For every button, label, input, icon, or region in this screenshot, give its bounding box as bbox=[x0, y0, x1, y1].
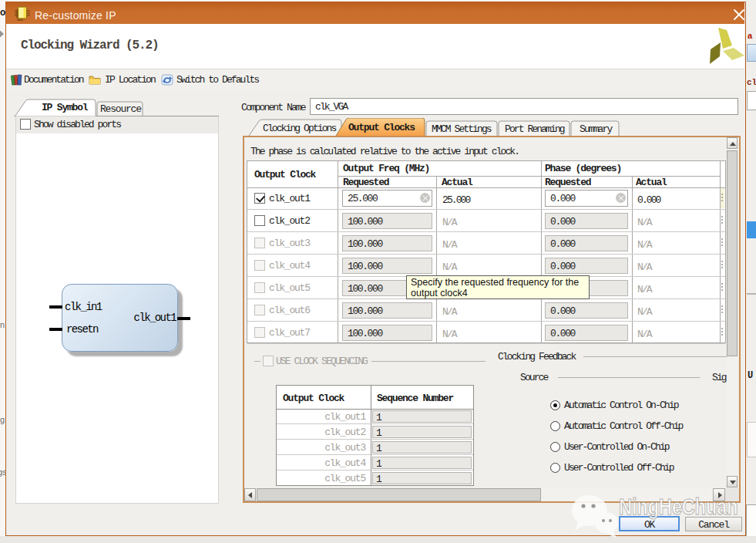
toolbar-item-label: Documentation bbox=[24, 74, 83, 86]
radio-user-controlled-on-chip-label: User-Controlled On-Chip bbox=[564, 441, 669, 453]
sequence-table: Output ClockSequence Numberclk_out11clk_… bbox=[276, 385, 474, 486]
tab-clocking-options[interactable]: Clocking Options bbox=[263, 123, 335, 134]
sliver-cell bbox=[721, 261, 723, 270]
background-panel-fragment bbox=[747, 44, 756, 62]
use-clock-sequencing-checkbox[interactable] bbox=[263, 356, 274, 366]
phase-requested-value: 0.000 bbox=[550, 216, 575, 228]
sliver-cell bbox=[721, 238, 723, 248]
source-line bbox=[558, 377, 700, 378]
seq-row-clk_out3: clk_out31 bbox=[277, 440, 473, 455]
phase-requested-value: 0.000 bbox=[550, 328, 575, 339]
close-button[interactable] bbox=[729, 7, 749, 24]
clear-input-icon[interactable] bbox=[616, 193, 626, 203]
seq-clock-name: clk_out1 bbox=[277, 411, 365, 423]
phase-requested-input[interactable]: 0.000 bbox=[545, 302, 628, 319]
radio-automatic-control-on-chip[interactable] bbox=[550, 400, 560, 410]
freq-requested-value: 100.000 bbox=[348, 238, 382, 250]
output-clock-name: clk_out5 bbox=[269, 282, 310, 294]
phase-actual-value: N/A bbox=[637, 329, 651, 340]
freq-requested-input[interactable]: 25.000 bbox=[342, 190, 432, 207]
cancel-button-label: Cancel bbox=[698, 519, 729, 531]
radio-user-controlled-off-chip[interactable] bbox=[550, 463, 560, 473]
freq-requested-input[interactable]: 100.000 bbox=[342, 302, 432, 319]
freq-actual-value: N/A bbox=[442, 239, 456, 251]
column-group-phase: Phase (degrees) bbox=[545, 163, 621, 174]
freq-requested-input[interactable]: 100.000 bbox=[342, 325, 432, 341]
column-header-phase-requested: Requested bbox=[545, 177, 590, 188]
tab-mmcm-settings[interactable]: MMCM Settings bbox=[432, 123, 491, 135]
dialog-titlebar[interactable]: Re-customize IP bbox=[6, 2, 744, 24]
sequencing-group-line-left bbox=[254, 361, 260, 362]
sequence-number-value: 1 bbox=[376, 458, 381, 470]
sequence-number-input[interactable]: 1 bbox=[372, 410, 472, 423]
scroll-up-button[interactable] bbox=[727, 137, 738, 149]
vertical-scroll-thumb[interactable] bbox=[727, 150, 738, 356]
sliver-cell bbox=[721, 305, 723, 315]
tab-port-renaming[interactable]: Port Renaming bbox=[505, 123, 564, 135]
phase-requested-input[interactable]: 0.000 bbox=[545, 213, 628, 229]
freq-requested-input[interactable]: 100.000 bbox=[342, 213, 432, 229]
tab-summary[interactable]: Summary bbox=[580, 123, 611, 135]
column-header-phase-actual: Actual bbox=[636, 177, 667, 188]
up-arrow-icon bbox=[730, 142, 736, 146]
scroll-down-button[interactable] bbox=[727, 476, 738, 487]
sequence-number-value: 1 bbox=[376, 412, 381, 423]
column-group-output-freq: Output Freq (MHz) bbox=[343, 163, 429, 174]
radio-automatic-control-off-chip[interactable] bbox=[550, 421, 560, 431]
component-name-value: clk_VGA bbox=[315, 101, 347, 113]
output-clock-checkbox[interactable] bbox=[254, 238, 265, 248]
freq-requested-input[interactable]: 100.000 bbox=[342, 258, 432, 274]
tab-ip-symbol[interactable]: IP Symbol bbox=[42, 102, 87, 113]
phase-requested-input[interactable]: 0.000 bbox=[545, 325, 628, 341]
radio-user-controlled-on-chip[interactable] bbox=[550, 442, 560, 452]
sequence-number-input[interactable]: 1 bbox=[372, 457, 472, 469]
output-clock-checkbox[interactable] bbox=[254, 327, 265, 338]
component-name-input[interactable]: clk_VGA bbox=[310, 98, 738, 115]
sequence-number-value: 1 bbox=[376, 443, 381, 454]
output-clock-checkbox[interactable] bbox=[254, 193, 265, 204]
freq-requested-value: 100.000 bbox=[348, 283, 382, 295]
row-separator bbox=[247, 343, 725, 344]
background-text-fragment: cl bbox=[747, 78, 756, 87]
radio-automatic-control-off-chip-label: Automatic Control Off-Chip bbox=[564, 420, 682, 432]
port-stub-clk-in1 bbox=[49, 305, 62, 309]
sequence-number-input[interactable]: 1 bbox=[372, 472, 472, 484]
use-clock-sequencing-label: USE CLOCK SEQUENCING bbox=[276, 356, 367, 367]
background-bottom-strip bbox=[0, 536, 756, 543]
output-clock-checkbox[interactable] bbox=[254, 282, 265, 293]
scroll-left-button[interactable] bbox=[244, 488, 256, 501]
table-row-clk_out7: clk_out7100.000N/A0.000N/A bbox=[247, 322, 725, 344]
checkmark-icon bbox=[256, 193, 265, 202]
screen: { "window": {"title": "Re-customize IP"}… bbox=[0, 0, 756, 543]
phase-requested-input[interactable]: 0.000 bbox=[545, 190, 628, 207]
seq-row-clk_out4: clk_out41 bbox=[277, 455, 473, 470]
output-clock-checkbox[interactable] bbox=[254, 215, 265, 226]
show-disabled-ports-checkbox[interactable] bbox=[20, 119, 31, 130]
sequence-number-input[interactable]: 1 bbox=[372, 426, 472, 438]
clear-input-icon[interactable] bbox=[420, 193, 430, 203]
output-clock-checkbox[interactable] bbox=[254, 305, 265, 315]
clocking-feedback-line bbox=[583, 356, 728, 357]
panel-vertical-scrollbar[interactable] bbox=[727, 137, 738, 487]
sequencing-group-line-right bbox=[371, 361, 486, 362]
background-row-fragment bbox=[747, 422, 756, 457]
port-label-clk-in1: clk_in1 bbox=[65, 301, 102, 313]
sequence-number-input[interactable]: 1 bbox=[372, 441, 472, 454]
tab-output-clocks[interactable]: Output Clocks bbox=[348, 122, 415, 133]
sliver-cell bbox=[721, 216, 723, 225]
column-group-output-clock: Output Clock bbox=[254, 169, 315, 180]
phase-requested-input[interactable]: 0.000 bbox=[545, 258, 628, 274]
background-left-strip: o n g gs bbox=[0, 0, 5, 543]
output-clock-name: clk_out6 bbox=[269, 305, 310, 316]
horizontal-scroll-thumb[interactable] bbox=[257, 488, 541, 501]
output-clock-checkbox[interactable] bbox=[254, 260, 265, 271]
header-divider bbox=[6, 69, 744, 69]
output-clock-name: clk_out3 bbox=[269, 238, 310, 249]
tab-resource[interactable]: Resource bbox=[100, 103, 141, 115]
phase-requested-input[interactable]: 0.000 bbox=[545, 235, 628, 251]
clocking-feedback-title: Clocking Feedback bbox=[498, 351, 575, 363]
freq-actual-value: N/A bbox=[442, 329, 456, 340]
freq-requested-value: 100.000 bbox=[348, 328, 382, 339]
freq-requested-input[interactable]: 100.000 bbox=[342, 235, 432, 251]
close-icon bbox=[729, 7, 749, 24]
